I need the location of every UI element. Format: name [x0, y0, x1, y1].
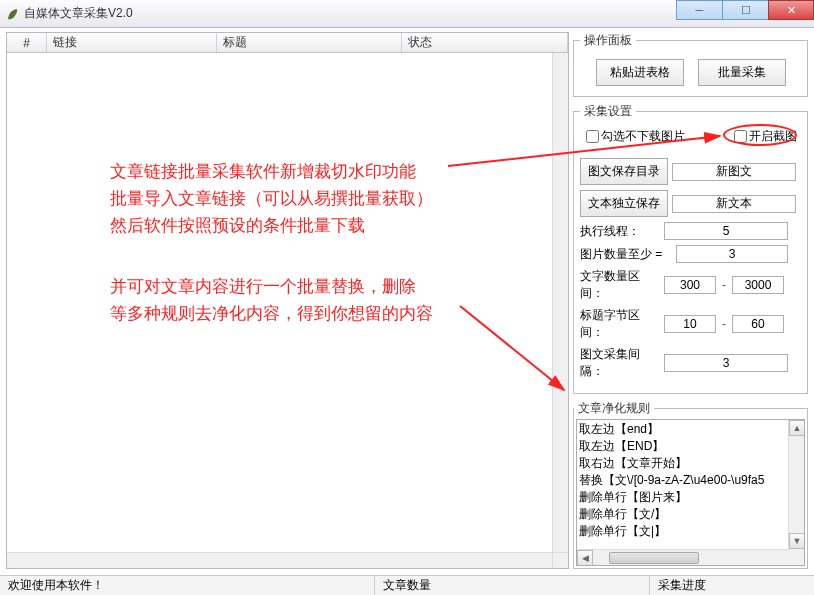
- panel-operations-legend: 操作面板: [580, 32, 636, 49]
- image-save-dir-input[interactable]: [672, 163, 796, 181]
- rules-vscroll[interactable]: ▲ ▼: [788, 420, 804, 549]
- img-min-input[interactable]: [676, 245, 788, 263]
- image-save-dir-button[interactable]: 图文保存目录: [580, 158, 668, 185]
- paste-into-table-button[interactable]: 粘贴进表格: [596, 59, 684, 86]
- panel-settings: 采集设置 勾选不下载图片 开启截图 图文保存目录 文本独: [573, 103, 808, 394]
- enable-crop-checkbox[interactable]: [734, 130, 747, 143]
- maximize-button[interactable]: ☐: [722, 0, 768, 20]
- rule-item[interactable]: 取左边【end】: [579, 421, 802, 438]
- scroll-corner: [552, 552, 568, 568]
- word-range-lo-input[interactable]: [664, 276, 716, 294]
- title-range-hi-input[interactable]: [732, 315, 784, 333]
- col-link[interactable]: 链接: [47, 33, 217, 52]
- panel-settings-legend: 采集设置: [580, 103, 636, 120]
- no-download-images-text: 勾选不下载图片: [601, 128, 685, 145]
- no-download-images-checkbox[interactable]: [586, 130, 599, 143]
- col-status[interactable]: 状态: [402, 33, 568, 52]
- word-range-label: 文字数量区间：: [580, 268, 660, 302]
- status-count-label: 文章数量: [375, 576, 650, 595]
- threads-input[interactable]: [664, 222, 788, 240]
- close-button[interactable]: ✕: [768, 0, 814, 20]
- threads-label: 执行线程：: [580, 223, 660, 240]
- title-range-lo-input[interactable]: [664, 315, 716, 333]
- window-title: 自媒体文章采集V2.0: [24, 5, 133, 22]
- table-hscroll[interactable]: [7, 552, 552, 568]
- statusbar: 欢迎使用本软件！ 文章数量 采集进度: [0, 575, 814, 595]
- text-save-input[interactable]: [672, 195, 796, 213]
- rule-item[interactable]: 删除单行【图片来】: [579, 489, 802, 506]
- word-range-hi-input[interactable]: [732, 276, 784, 294]
- titlebar: 自媒体文章采集V2.0 ─ ☐ ✕: [0, 0, 814, 28]
- rule-item[interactable]: 替换【文\/[0-9a-zA-Z\u4e00-\u9fa5: [579, 472, 802, 489]
- col-index[interactable]: #: [7, 33, 47, 52]
- scroll-left-icon[interactable]: ◀: [577, 550, 593, 566]
- interval-input[interactable]: [664, 354, 788, 372]
- img-min-label: 图片数量至少 =: [580, 246, 672, 263]
- app-icon: [6, 7, 20, 21]
- rule-item[interactable]: 取左边【END】: [579, 438, 802, 455]
- minimize-button[interactable]: ─: [676, 0, 722, 20]
- table-vscroll[interactable]: [552, 53, 568, 552]
- panel-rules-legend: 文章净化规则: [574, 400, 654, 417]
- panel-rules: 文章净化规则 取左边【end】取左边【END】取右边【文章开始】替换【文\/[0…: [573, 400, 808, 569]
- rules-scroll-corner: [788, 549, 804, 565]
- text-save-button[interactable]: 文本独立保存: [580, 190, 668, 217]
- interval-label: 图文采集间隔：: [580, 346, 660, 380]
- col-title[interactable]: 标题: [217, 33, 402, 52]
- panel-operations: 操作面板 粘贴进表格 批量采集: [573, 32, 808, 97]
- rules-hscroll[interactable]: ◀: [577, 549, 788, 565]
- enable-crop-checkbox-label[interactable]: 开启截图: [734, 128, 797, 145]
- scroll-thumb[interactable]: [609, 552, 699, 564]
- status-progress-label: 采集进度: [650, 576, 814, 595]
- table-header: # 链接 标题 状态: [7, 33, 568, 53]
- batch-collect-button[interactable]: 批量采集: [698, 59, 786, 86]
- range-sep: -: [720, 278, 728, 292]
- title-range-label: 标题字节区间：: [580, 307, 660, 341]
- rule-item[interactable]: 删除单行【文/】: [579, 506, 802, 523]
- table-body[interactable]: [7, 53, 552, 552]
- enable-crop-text: 开启截图: [749, 128, 797, 145]
- no-download-images-checkbox-label[interactable]: 勾选不下载图片: [586, 128, 685, 145]
- article-table[interactable]: # 链接 标题 状态: [6, 32, 569, 569]
- rule-item[interactable]: 取右边【文章开始】: [579, 455, 802, 472]
- scroll-up-icon[interactable]: ▲: [789, 420, 805, 436]
- rules-listbox[interactable]: 取左边【end】取左边【END】取右边【文章开始】替换【文\/[0-9a-zA-…: [576, 419, 805, 566]
- range-sep-2: -: [720, 317, 728, 331]
- rule-item[interactable]: 删除单行【文|】: [579, 523, 802, 540]
- scroll-down-icon[interactable]: ▼: [789, 533, 805, 549]
- status-welcome: 欢迎使用本软件！: [0, 576, 375, 595]
